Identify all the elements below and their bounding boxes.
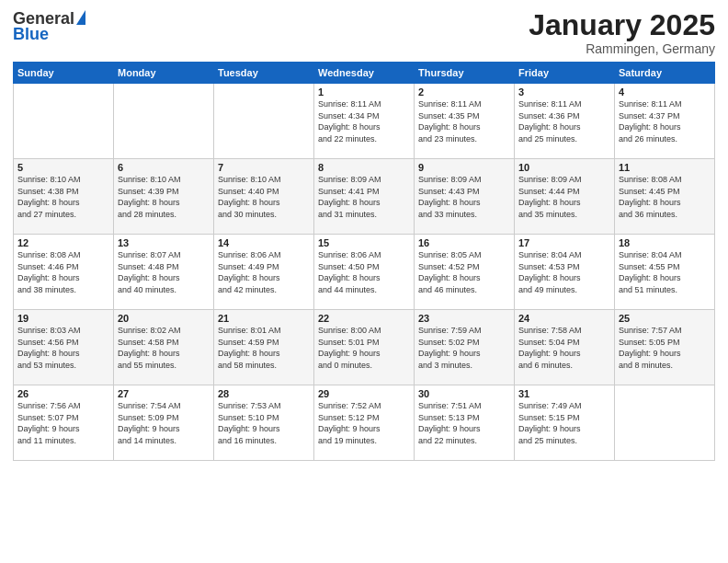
day-cell: 2Sunrise: 8:11 AM Sunset: 4:35 PM Daylig… xyxy=(415,84,515,159)
day-number: 10 xyxy=(518,162,610,173)
day-cell: 28Sunrise: 7:53 AM Sunset: 5:10 PM Dayli… xyxy=(214,385,314,461)
day-info: Sunrise: 8:11 AM Sunset: 4:37 PM Dayligh… xyxy=(619,98,711,144)
day-cell: 31Sunrise: 7:49 AM Sunset: 5:15 PM Dayli… xyxy=(515,385,615,461)
day-number: 28 xyxy=(218,388,310,399)
day-cell: 15Sunrise: 8:06 AM Sunset: 4:50 PM Dayli… xyxy=(314,235,415,310)
day-cell: 16Sunrise: 8:05 AM Sunset: 4:52 PM Dayli… xyxy=(415,235,515,310)
day-number: 6 xyxy=(118,162,210,173)
day-number: 20 xyxy=(118,313,210,324)
day-info: Sunrise: 8:10 AM Sunset: 4:39 PM Dayligh… xyxy=(118,174,210,220)
day-number: 31 xyxy=(518,388,610,399)
day-cell: 5Sunrise: 8:10 AM Sunset: 4:38 PM Daylig… xyxy=(14,159,114,235)
logo-blue-text: Blue xyxy=(13,25,49,44)
day-cell xyxy=(214,84,314,159)
day-number: 18 xyxy=(619,237,711,248)
day-cell: 18Sunrise: 8:04 AM Sunset: 4:55 PM Dayli… xyxy=(615,235,715,310)
day-info: Sunrise: 8:09 AM Sunset: 4:41 PM Dayligh… xyxy=(318,174,410,220)
day-cell: 26Sunrise: 7:56 AM Sunset: 5:07 PM Dayli… xyxy=(14,385,114,461)
day-cell: 23Sunrise: 7:59 AM Sunset: 5:02 PM Dayli… xyxy=(415,310,515,385)
day-info: Sunrise: 7:57 AM Sunset: 5:05 PM Dayligh… xyxy=(619,325,711,371)
month-title: January 2025 xyxy=(529,9,715,41)
day-number: 11 xyxy=(619,162,711,173)
day-number: 30 xyxy=(418,388,510,399)
day-number: 25 xyxy=(619,313,711,324)
day-cell: 25Sunrise: 7:57 AM Sunset: 5:05 PM Dayli… xyxy=(615,310,715,385)
day-number: 19 xyxy=(17,313,109,324)
day-cell: 29Sunrise: 7:52 AM Sunset: 5:12 PM Dayli… xyxy=(314,385,415,461)
day-cell xyxy=(14,84,114,159)
location: Rammingen, Germany xyxy=(529,41,715,56)
day-cell: 22Sunrise: 8:00 AM Sunset: 5:01 PM Dayli… xyxy=(314,310,415,385)
day-cell: 8Sunrise: 8:09 AM Sunset: 4:41 PM Daylig… xyxy=(314,159,415,235)
week-row-5: 26Sunrise: 7:56 AM Sunset: 5:07 PM Dayli… xyxy=(14,385,715,461)
day-number: 22 xyxy=(318,313,410,324)
col-monday: Monday xyxy=(114,63,214,84)
day-number: 13 xyxy=(118,237,210,248)
day-number: 16 xyxy=(418,237,510,248)
day-info: Sunrise: 8:04 AM Sunset: 4:55 PM Dayligh… xyxy=(619,249,711,295)
day-info: Sunrise: 8:10 AM Sunset: 4:40 PM Dayligh… xyxy=(218,174,310,220)
day-info: Sunrise: 8:11 AM Sunset: 4:36 PM Dayligh… xyxy=(518,98,610,144)
day-cell: 20Sunrise: 8:02 AM Sunset: 4:58 PM Dayli… xyxy=(114,310,214,385)
day-cell: 10Sunrise: 8:09 AM Sunset: 4:44 PM Dayli… xyxy=(515,159,615,235)
day-cell: 14Sunrise: 8:06 AM Sunset: 4:49 PM Dayli… xyxy=(214,235,314,310)
day-info: Sunrise: 8:09 AM Sunset: 4:43 PM Dayligh… xyxy=(418,174,510,220)
day-info: Sunrise: 8:05 AM Sunset: 4:52 PM Dayligh… xyxy=(418,249,510,295)
col-thursday: Thursday xyxy=(415,63,515,84)
day-cell: 30Sunrise: 7:51 AM Sunset: 5:13 PM Dayli… xyxy=(415,385,515,461)
day-info: Sunrise: 7:53 AM Sunset: 5:10 PM Dayligh… xyxy=(218,400,310,446)
day-info: Sunrise: 8:00 AM Sunset: 5:01 PM Dayligh… xyxy=(318,325,410,371)
day-cell: 1Sunrise: 8:11 AM Sunset: 4:34 PM Daylig… xyxy=(314,84,415,159)
day-number: 21 xyxy=(218,313,310,324)
day-number: 14 xyxy=(218,237,310,248)
day-number: 27 xyxy=(118,388,210,399)
day-info: Sunrise: 7:56 AM Sunset: 5:07 PM Dayligh… xyxy=(17,400,109,446)
header: General Blue January 2025 Rammingen, Ger… xyxy=(13,9,715,56)
day-info: Sunrise: 8:03 AM Sunset: 4:56 PM Dayligh… xyxy=(17,325,109,371)
day-info: Sunrise: 8:04 AM Sunset: 4:53 PM Dayligh… xyxy=(518,249,610,295)
day-cell: 11Sunrise: 8:08 AM Sunset: 4:45 PM Dayli… xyxy=(615,159,715,235)
day-number: 12 xyxy=(17,237,109,248)
day-cell: 6Sunrise: 8:10 AM Sunset: 4:39 PM Daylig… xyxy=(114,159,214,235)
day-number: 2 xyxy=(418,86,510,98)
day-cell: 21Sunrise: 8:01 AM Sunset: 4:59 PM Dayli… xyxy=(214,310,314,385)
day-info: Sunrise: 7:59 AM Sunset: 5:02 PM Dayligh… xyxy=(418,325,510,371)
day-info: Sunrise: 7:51 AM Sunset: 5:13 PM Dayligh… xyxy=(418,400,510,446)
day-cell: 4Sunrise: 8:11 AM Sunset: 4:37 PM Daylig… xyxy=(615,84,715,159)
day-info: Sunrise: 8:11 AM Sunset: 4:34 PM Dayligh… xyxy=(318,98,410,144)
day-number: 3 xyxy=(518,86,610,98)
day-info: Sunrise: 8:01 AM Sunset: 4:59 PM Dayligh… xyxy=(218,325,310,371)
day-number: 17 xyxy=(518,237,610,248)
calendar-page: General Blue January 2025 Rammingen, Ger… xyxy=(0,0,728,563)
day-number: 9 xyxy=(418,162,510,173)
day-info: Sunrise: 8:06 AM Sunset: 4:49 PM Dayligh… xyxy=(218,249,310,295)
day-info: Sunrise: 8:07 AM Sunset: 4:48 PM Dayligh… xyxy=(118,249,210,295)
col-wednesday: Wednesday xyxy=(314,63,415,84)
logo-arrow-icon xyxy=(76,10,85,25)
day-info: Sunrise: 8:08 AM Sunset: 4:45 PM Dayligh… xyxy=(619,174,711,220)
week-row-1: 1Sunrise: 8:11 AM Sunset: 4:34 PM Daylig… xyxy=(14,84,715,159)
day-info: Sunrise: 7:54 AM Sunset: 5:09 PM Dayligh… xyxy=(118,400,210,446)
day-cell: 12Sunrise: 8:08 AM Sunset: 4:46 PM Dayli… xyxy=(14,235,114,310)
day-number: 1 xyxy=(318,86,410,98)
day-cell: 13Sunrise: 8:07 AM Sunset: 4:48 PM Dayli… xyxy=(114,235,214,310)
day-info: Sunrise: 7:49 AM Sunset: 5:15 PM Dayligh… xyxy=(518,400,610,446)
day-number: 29 xyxy=(318,388,410,399)
day-cell: 24Sunrise: 7:58 AM Sunset: 5:04 PM Dayli… xyxy=(515,310,615,385)
day-info: Sunrise: 7:58 AM Sunset: 5:04 PM Dayligh… xyxy=(518,325,610,371)
day-number: 7 xyxy=(218,162,310,173)
day-cell: 9Sunrise: 8:09 AM Sunset: 4:43 PM Daylig… xyxy=(415,159,515,235)
day-info: Sunrise: 8:02 AM Sunset: 4:58 PM Dayligh… xyxy=(118,325,210,371)
day-number: 8 xyxy=(318,162,410,173)
day-info: Sunrise: 8:09 AM Sunset: 4:44 PM Dayligh… xyxy=(518,174,610,220)
week-row-3: 12Sunrise: 8:08 AM Sunset: 4:46 PM Dayli… xyxy=(14,235,715,310)
day-cell xyxy=(615,385,715,461)
day-number: 5 xyxy=(17,162,109,173)
header-row: Sunday Monday Tuesday Wednesday Thursday… xyxy=(14,63,715,84)
week-row-4: 19Sunrise: 8:03 AM Sunset: 4:56 PM Dayli… xyxy=(14,310,715,385)
day-cell: 7Sunrise: 8:10 AM Sunset: 4:40 PM Daylig… xyxy=(214,159,314,235)
day-cell: 27Sunrise: 7:54 AM Sunset: 5:09 PM Dayli… xyxy=(114,385,214,461)
day-number: 4 xyxy=(619,86,711,98)
day-number: 15 xyxy=(318,237,410,248)
day-info: Sunrise: 8:08 AM Sunset: 4:46 PM Dayligh… xyxy=(17,249,109,295)
